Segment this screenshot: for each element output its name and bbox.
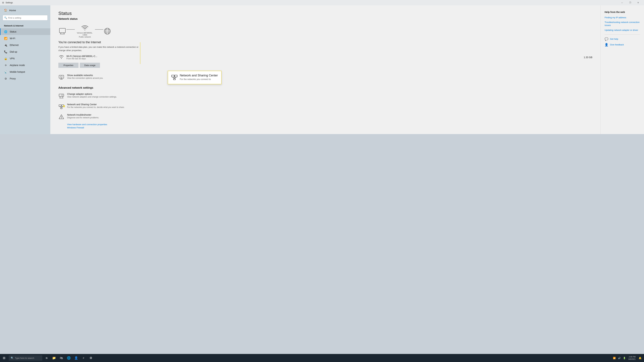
tooltip-popup: Network and Sharing Center For the netwo…: [168, 71, 222, 84]
sidebar-item-ethernet[interactable]: 🔌 Ethernet: [0, 42, 50, 48]
sidebar-category-label: Network & Internet: [0, 22, 50, 28]
wifi-signal-icon-group: Verizon-MiFi8800L-CB66 Public network: [75, 24, 95, 38]
sidebar-item-status-label: Status: [10, 30, 16, 33]
sidebar-item-proxy[interactable]: ⚙ Proxy: [0, 75, 50, 82]
dialup-icon: 📞: [4, 50, 8, 53]
tooltip-sharing-icon: [172, 74, 178, 81]
svg-point-10: [61, 58, 62, 59]
wifi-signal-icon: [81, 24, 89, 31]
wifi-usage-icon: [58, 55, 64, 60]
svg-rect-26: [60, 108, 62, 109]
sidebar-item-hotspot-label: Mobile hotspot: [10, 70, 25, 73]
change-adapter-desc: View network adapters and change connect…: [67, 96, 244, 98]
network-diagram: Verizon-MiFi8800L-CB66 Public network: [58, 23, 244, 39]
windows-firewall-link[interactable]: Windows Firewall: [67, 126, 244, 129]
adapter-icon: [58, 93, 64, 99]
sidebar: 🏠 Home 🔍 Network & Internet 🌐 Status 📶 W…: [0, 5, 50, 134]
sidebar-home-button[interactable]: 🏠 Home: [0, 7, 50, 14]
status-icon: 🌐: [4, 30, 8, 33]
change-adapter-text: Change adapter options View network adap…: [67, 93, 244, 98]
sidebar-item-dialup[interactable]: 📞 Dial-up: [0, 48, 50, 55]
svg-point-29: [61, 118, 62, 118]
wifi-name-text: Wi-Fi (Verizon-MiFi8800L-C...: [66, 55, 244, 57]
title-bar-left: ⚙ Settings: [2, 1, 13, 4]
svg-rect-20: [59, 105, 61, 106]
troubleshoot-icon: [58, 114, 64, 120]
networks-icon: [58, 74, 64, 80]
net-line-1: [66, 29, 75, 30]
change-adapter-title: Change adapter options: [67, 93, 244, 95]
sidebar-item-airplane-label: Airplane mode: [10, 64, 25, 66]
troubleshooter-item[interactable]: Network troubleshooter Diagnose and fix …: [58, 111, 244, 122]
change-adapter-item[interactable]: Change adapter options View network adap…: [58, 91, 244, 101]
svg-point-4: [84, 30, 85, 30]
sharing-center-item[interactable]: Network and Sharing Center For the netwo…: [58, 101, 244, 111]
sidebar-search-box[interactable]: 🔍: [3, 15, 48, 20]
svg-rect-36: [174, 79, 176, 80]
svg-rect-0: [59, 28, 66, 33]
data-usage-button[interactable]: Data usage: [80, 63, 100, 68]
svg-rect-30: [172, 75, 174, 77]
home-label: Home: [9, 9, 16, 12]
tooltip-title: Network and Sharing Center: [180, 74, 218, 77]
globe-icon: [103, 28, 111, 34]
sharing-center-title: Network and Sharing Center: [67, 103, 244, 106]
proxy-icon: ⚙: [4, 77, 8, 80]
network-name-label: Verizon-MiFi8800L-CB66 Public network: [75, 32, 95, 38]
ethernet-icon: 🔌: [4, 43, 8, 47]
sidebar-item-ethernet-label: Ethernet: [10, 44, 18, 46]
adv-settings-title: Advanced network settings: [58, 86, 244, 89]
network-status-title: Network status: [58, 17, 244, 20]
computer-icon: [58, 28, 66, 34]
troubleshooter-desc: Diagnose and fix network problems.: [67, 116, 244, 119]
sharing-center-desc: For the networks you connect to, decide …: [67, 106, 244, 108]
properties-button[interactable]: Properties: [58, 63, 78, 68]
airplane-icon: ✈: [4, 63, 8, 67]
tooltip-text: Network and Sharing Center For the netwo…: [180, 74, 218, 80]
view-hardware-link[interactable]: View hardware and connection properties: [67, 123, 244, 126]
computer-icon-group: [58, 28, 66, 34]
svg-line-1: [60, 33, 61, 34]
action-buttons: Properties Data usage: [58, 63, 244, 68]
sidebar-item-hotspot[interactable]: 📡 Mobile hotspot: [0, 68, 50, 75]
hotspot-icon: 📡: [4, 70, 8, 73]
home-icon: 🏠: [4, 9, 7, 12]
svg-rect-15: [59, 94, 62, 96]
search-icon: 🔍: [4, 16, 7, 19]
page-title: Status: [58, 11, 244, 16]
svg-rect-16: [62, 94, 64, 96]
sidebar-item-wifi[interactable]: 📶 Wi-Fi: [0, 35, 50, 42]
search-input[interactable]: [8, 16, 46, 19]
net-line-2: [95, 29, 103, 30]
wifi-details: Wi-Fi (Verizon-MiFi8800L-C... From the l…: [66, 55, 244, 60]
title-bar: ⚙ Settings ─ ❐ ✕: [0, 0, 244, 5]
svg-point-12: [60, 76, 62, 78]
title-bar-title: Settings: [6, 1, 13, 4]
content-area: Status Network status: [50, 5, 244, 134]
sidebar-item-status[interactable]: 🌐 Status: [0, 28, 50, 35]
highlight-dot: [63, 105, 65, 107]
tooltip-desc: For the networks you connect to: [180, 78, 218, 80]
sidebar-item-wifi-label: Wi-Fi: [10, 37, 15, 40]
wifi-period-text: From the last 30 days: [66, 57, 244, 60]
settings-icon: ⚙: [2, 1, 4, 4]
wifi-icon: 📶: [4, 37, 8, 40]
sharing-center-text: Network and Sharing Center For the netwo…: [67, 103, 244, 108]
sidebar-item-vpn[interactable]: 🔒 VPN: [0, 55, 50, 62]
sidebar-item-proxy-label: Proxy: [10, 77, 16, 80]
wifi-info-row: Wi-Fi (Verizon-MiFi8800L-C... From the l…: [58, 55, 244, 60]
sidebar-item-airplane[interactable]: ✈ Airplane mode: [0, 62, 50, 68]
svg-line-2: [64, 33, 64, 34]
sidebar-item-dialup-label: Dial-up: [10, 50, 17, 53]
connected-text: You're connected to the Internet: [58, 40, 244, 44]
app-container: 🏠 Home 🔍 Network & Internet 🌐 Status 📶 W…: [0, 5, 244, 134]
connected-sub: If you have a limited data plan, you can…: [58, 45, 142, 52]
globe-icon-group: [103, 28, 111, 34]
vpn-icon: 🔒: [4, 57, 8, 60]
svg-rect-11: [59, 75, 64, 78]
troubleshooter-title: Network troubleshooter: [67, 113, 244, 116]
troubleshooter-text: Network troubleshooter Diagnose and fix …: [67, 113, 244, 119]
svg-rect-31: [174, 75, 177, 77]
sidebar-item-vpn-label: VPN: [10, 57, 14, 60]
